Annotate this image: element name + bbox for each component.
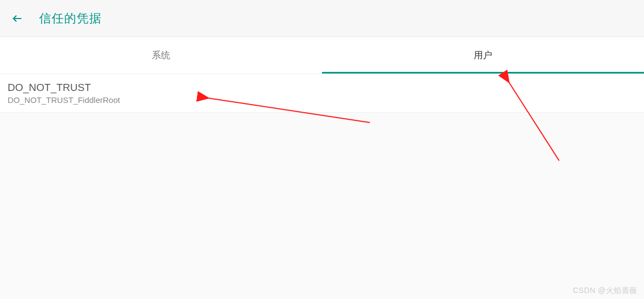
tabs-bar: 系统 用户 (0, 37, 644, 74)
arrow-left-icon (11, 13, 23, 25)
tab-system[interactable]: 系统 (0, 37, 322, 74)
app-header: 信任的凭据 (0, 0, 644, 37)
back-button[interactable] (7, 8, 28, 29)
watermark: CSDN @火焰蔷薇 (573, 286, 637, 296)
tab-user[interactable]: 用户 (322, 37, 644, 74)
credential-subtitle: DO_NOT_TRUST_FiddlerRoot (8, 95, 635, 105)
tab-system-label: 系统 (152, 49, 170, 62)
credentials-list: DO_NOT_TRUST DO_NOT_TRUST_FiddlerRoot (0, 74, 644, 113)
list-item[interactable]: DO_NOT_TRUST DO_NOT_TRUST_FiddlerRoot (0, 74, 644, 113)
tab-user-label: 用户 (474, 49, 492, 62)
credential-title: DO_NOT_TRUST (8, 82, 635, 94)
page-title: 信任的凭据 (39, 10, 102, 27)
